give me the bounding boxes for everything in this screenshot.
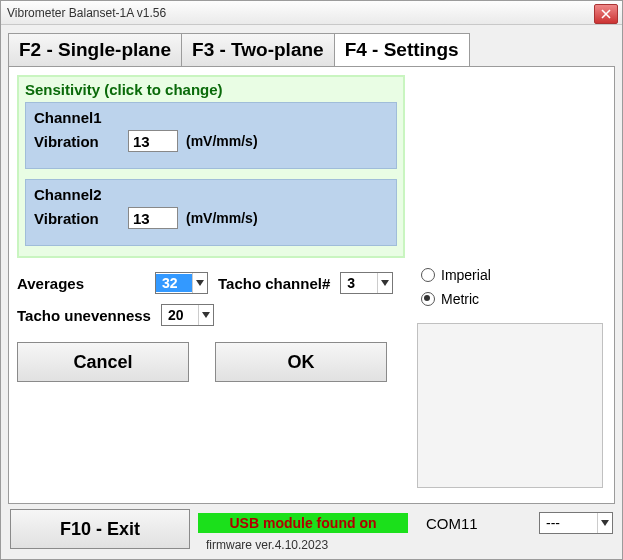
com-port-label: COM11 xyxy=(426,515,478,532)
radio-imperial[interactable]: Imperial xyxy=(421,267,491,283)
tacho-channel-label: Tacho channel# xyxy=(218,275,330,292)
channel2-box: Channel2 Vibration (mV/mm/s) xyxy=(25,179,397,246)
tab-strip: F2 - Single-plane F3 - Two-plane F4 - Se… xyxy=(8,32,470,66)
close-button[interactable] xyxy=(594,4,618,24)
port-value: --- xyxy=(540,514,597,532)
chevron-down-icon xyxy=(377,273,392,293)
tacho-channel-combo[interactable]: 3 xyxy=(340,272,393,294)
channel2-vibration-label: Vibration xyxy=(34,210,120,227)
tab-two-plane[interactable]: F3 - Two-plane xyxy=(182,33,335,66)
channel1-title: Channel1 xyxy=(34,109,388,126)
window-title: Vibrometer Balanset-1A v1.56 xyxy=(7,6,166,20)
cancel-button[interactable]: Cancel xyxy=(17,342,189,382)
preview-box xyxy=(417,323,603,488)
firmware-version: firmware ver.4.10.2023 xyxy=(206,538,328,552)
tab-single-plane[interactable]: F2 - Single-plane xyxy=(8,33,182,66)
chevron-down-icon xyxy=(198,305,213,325)
radio-icon xyxy=(421,268,435,282)
tacho-channel-value: 3 xyxy=(341,274,377,292)
metric-label: Metric xyxy=(441,291,479,307)
radio-metric[interactable]: Metric xyxy=(421,291,491,307)
status-bar: F10 - Exit USB module found on COM11 ---… xyxy=(10,508,613,550)
units-group: Imperial Metric xyxy=(421,267,491,315)
settings-panel: Sensitivity (click to change) Channel1 V… xyxy=(8,66,615,504)
averages-combo[interactable]: 32 xyxy=(155,272,208,294)
averages-label: Averages xyxy=(17,275,145,292)
close-icon xyxy=(601,9,611,19)
imperial-label: Imperial xyxy=(441,267,491,283)
titlebar: Vibrometer Balanset-1A v1.56 xyxy=(1,1,622,25)
chevron-down-icon xyxy=(192,273,207,293)
exit-button[interactable]: F10 - Exit xyxy=(10,509,190,549)
averages-value: 32 xyxy=(156,274,192,292)
radio-icon xyxy=(421,292,435,306)
usb-status: USB module found on xyxy=(198,513,408,533)
settings-rows: Averages 32 Tacho channel# 3 xyxy=(17,272,606,326)
channel1-box: Channel1 Vibration (mV/mm/s) xyxy=(25,102,397,169)
sensitivity-legend: Sensitivity (click to change) xyxy=(25,81,397,98)
chevron-down-icon xyxy=(597,513,612,533)
channel2-title: Channel2 xyxy=(34,186,388,203)
port-combo[interactable]: --- xyxy=(539,512,613,534)
ok-button[interactable]: OK xyxy=(215,342,387,382)
client-area: F2 - Single-plane F3 - Two-plane F4 - Se… xyxy=(2,26,621,558)
channel2-unit: (mV/mm/s) xyxy=(186,210,258,226)
tacho-unevenness-value: 20 xyxy=(162,306,198,324)
channel2-vibration-input[interactable] xyxy=(128,207,178,229)
tacho-unevenness-combo[interactable]: 20 xyxy=(161,304,214,326)
tab-settings[interactable]: F4 - Settings xyxy=(335,33,470,66)
sensitivity-group[interactable]: Sensitivity (click to change) Channel1 V… xyxy=(17,75,405,258)
channel1-vibration-input[interactable] xyxy=(128,130,178,152)
app-window: Vibrometer Balanset-1A v1.56 F2 - Single… xyxy=(0,0,623,560)
channel1-unit: (mV/mm/s) xyxy=(186,133,258,149)
tacho-unevenness-label: Tacho unevenness xyxy=(17,307,151,324)
channel1-vibration-label: Vibration xyxy=(34,133,120,150)
